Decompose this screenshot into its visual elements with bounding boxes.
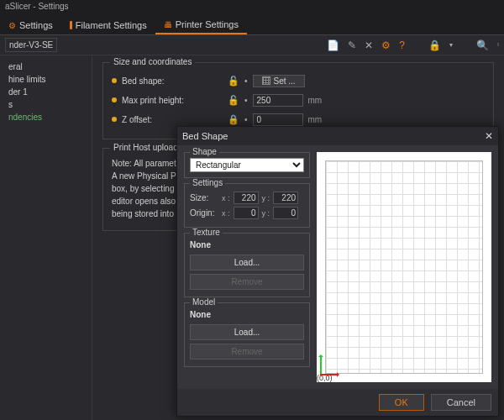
z-offset-label: Z offset: — [122, 115, 223, 124]
texture-fieldset: Texture None Load... Remove — [184, 233, 310, 297]
lock-toolbar-icon[interactable]: 🔒 — [428, 39, 441, 51]
sidebar-item-notes[interactable]: s — [3, 98, 88, 111]
cancel-button[interactable]: Cancel — [431, 394, 491, 411]
origin-coord-label: (0,0) — [317, 374, 333, 382]
bullet-icon — [112, 97, 117, 102]
host-legend: Print Host upload — [110, 143, 181, 152]
search-icon[interactable]: 🔍 — [476, 39, 489, 51]
sidebar-item-extruder[interactable]: der 1 — [3, 86, 88, 98]
sidebar-item-general[interactable]: eral — [3, 60, 88, 73]
lock-icon[interactable]: 🔒 — [228, 114, 239, 125]
model-load-button[interactable]: Load... — [190, 324, 304, 340]
origin-x-input[interactable] — [234, 207, 259, 219]
x-label: x : — [222, 209, 230, 218]
dots-icon: • — [244, 115, 248, 124]
texture-none-label: None — [190, 239, 304, 253]
model-remove-button: Remove — [190, 344, 304, 360]
bed-shape-label: Bed shape: — [122, 76, 223, 86]
ok-button[interactable]: OK — [379, 394, 424, 411]
save-icon[interactable]: 📄 — [327, 39, 339, 51]
size-y-input[interactable] — [273, 192, 298, 204]
expand-icon[interactable]: ⦂ — [497, 40, 499, 50]
texture-legend: Texture — [190, 228, 223, 237]
help-icon[interactable]: ? — [399, 39, 405, 51]
bullet-icon — [112, 78, 117, 83]
filament-icon — [70, 21, 72, 29]
chevron-down-icon[interactable]: ▾ — [449, 41, 453, 49]
y-label: y : — [262, 194, 270, 202]
unlock-icon[interactable]: 🔓 — [228, 76, 239, 87]
x-label: x : — [222, 194, 230, 202]
dialog-titlebar: Bed Shape ✕ — [177, 127, 498, 145]
sidebar-item-dependencies[interactable]: ndencies — [3, 111, 88, 123]
y-axis-icon — [320, 355, 322, 374]
origin-y-input[interactable] — [273, 207, 298, 219]
window-titlebar: aSlicer - Settings — [0, 0, 504, 15]
gear-icon — [8, 20, 16, 30]
model-legend: Model — [190, 297, 218, 307]
bullet-icon — [112, 117, 117, 122]
shape-legend: Shape — [190, 147, 219, 156]
grid-icon — [262, 76, 270, 85]
dots-icon: • — [244, 96, 248, 105]
bed-shape-dialog: Bed Shape ✕ Shape Rectangular Settings S… — [176, 126, 499, 417]
unit-label: mm — [308, 115, 323, 124]
size-label: Size: — [190, 193, 218, 202]
max-height-input[interactable] — [253, 94, 303, 107]
tab-filament-settings[interactable]: Filament Settings — [61, 15, 155, 34]
bed-preview: (0,0) — [317, 152, 491, 382]
shape-select[interactable]: Rectangular — [190, 158, 304, 172]
close-icon[interactable]: ✕ — [485, 130, 493, 142]
unlock-icon[interactable]: 🔓 — [228, 95, 239, 106]
shape-fieldset: Shape Rectangular — [184, 152, 310, 178]
tab-printer-settings[interactable]: Printer Settings — [155, 15, 247, 34]
texture-load-button[interactable]: Load... — [190, 255, 304, 270]
origin-label: Origin: — [190, 208, 218, 218]
tab-print-settings[interactable]: Settings — [0, 15, 61, 34]
preset-bar: nder-V3-SE 📄 ✎ ✕ ⚙ ? 🔒 ▾ 🔍 ⦂ — [0, 35, 504, 55]
compare-icon[interactable]: ⚙ — [381, 39, 391, 51]
model-fieldset: Model None Load... Remove — [184, 302, 310, 367]
unit-label: mm — [308, 96, 323, 105]
rename-icon[interactable]: ✎ — [348, 39, 356, 51]
settings-legend: Settings — [190, 178, 225, 187]
y-label: y : — [262, 209, 270, 218]
delete-icon[interactable]: ✕ — [365, 39, 373, 51]
texture-remove-button: Remove — [190, 274, 304, 290]
size-x-input[interactable] — [234, 192, 259, 204]
z-offset-input[interactable] — [253, 113, 303, 126]
max-height-label: Max print height: — [122, 96, 223, 105]
main-tabs: Settings Filament Settings Printer Setti… — [0, 15, 504, 35]
bed-shape-set-button[interactable]: Set ... — [253, 75, 305, 87]
printer-preset-select[interactable]: nder-V3-SE — [5, 38, 57, 52]
model-none-label: None — [190, 308, 304, 323]
size-legend: Size and coordinates — [110, 57, 195, 66]
settings-sidebar: eral hine limits der 1 s ndencies — [0, 55, 92, 420]
printer-icon — [164, 19, 172, 29]
sidebar-item-machine-limits[interactable]: hine limits — [3, 73, 88, 86]
dots-icon: • — [244, 76, 248, 86]
dialog-title-text: Bed Shape — [182, 131, 228, 141]
settings-fieldset: Settings Size: x : y : Origin: x : y : — [184, 183, 310, 228]
bed-grid — [325, 160, 483, 374]
